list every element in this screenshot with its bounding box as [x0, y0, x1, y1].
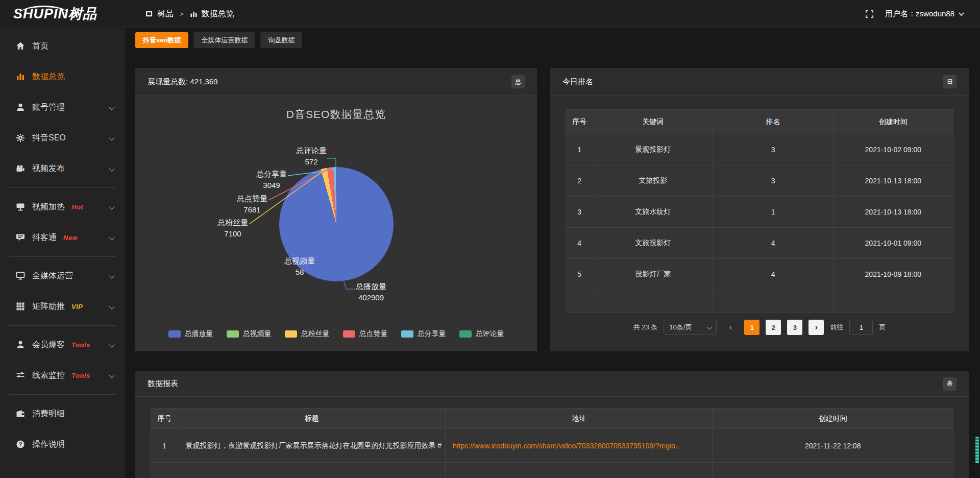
table-row: 3文旅水纹灯12021-10-13 18:00	[566, 197, 953, 228]
sidebar-item-consumption[interactable]: 消费明细	[0, 398, 125, 429]
overview-panel: 展现量总数: 421,369 总 D音SEO数据量总览 总评论量572 总分享量…	[135, 68, 537, 351]
user-menu[interactable]: 用户名：zswodun88	[885, 9, 963, 19]
sidebar-item-label: 数据总览	[32, 71, 65, 82]
svg-text:?: ?	[18, 441, 22, 447]
total-toggle-button[interactable]: 总	[511, 75, 525, 88]
day-toggle-button[interactable]: 日	[943, 75, 957, 88]
tab-omnimedia-data[interactable]: 全媒体运营数据	[193, 32, 255, 48]
fullscreen-icon[interactable]	[865, 10, 874, 18]
sidebar-item-account[interactable]: 账号管理	[0, 92, 125, 123]
page-button-1[interactable]: 1	[744, 320, 760, 335]
legend-swatch	[343, 330, 355, 338]
table-header-row: 序号 标题 地址 创建时间	[151, 409, 953, 429]
username-label: 用户名：zswodun88	[885, 9, 954, 19]
video-title-cell: 景观投影灯，夜游景观投影灯厂家展示展示落花灯在花园里的灯光投影应用效果 #	[178, 429, 445, 463]
bar-chart-icon	[190, 10, 198, 18]
sidebar-divider	[9, 187, 116, 188]
chevron-down-icon	[109, 342, 114, 347]
chevron-down-icon	[109, 104, 114, 110]
sidebar-item-douyin-seo[interactable]: 抖音SEO	[0, 123, 125, 153]
tab-inquiry-data[interactable]: 询盘数据	[260, 32, 302, 48]
legend-item-plays[interactable]: 总播放量	[168, 329, 213, 339]
chevron-down-icon	[109, 165, 114, 171]
video-url-link[interactable]: https://www.iesdouyin.com/share/video/70…	[453, 442, 682, 450]
breadcrumb-root[interactable]: 树品	[157, 9, 174, 19]
sidebar-item-instructions[interactable]: ? 操作说明	[0, 429, 125, 460]
sidebar-item-lead-monitor[interactable]: 线索监控 Tools	[0, 360, 125, 391]
chart-title: D音SEO数据量总览	[135, 107, 537, 122]
sidebar-item-label: 首页	[32, 41, 48, 52]
sidebar-item-label: 视频发布	[32, 163, 65, 174]
impressions-total-label: 展现量总数: 421,369	[148, 77, 218, 87]
pagination: 共 23 条 10条/页 ‹ 1 2 3 › 前往 页	[566, 320, 953, 335]
sidebar-item-video-heat[interactable]: 视频加热 Hot	[0, 192, 125, 222]
app-logo: SHUPIN树品	[0, 5, 125, 23]
table-row: 1景观投影灯32021-10-02 09:00	[566, 134, 953, 165]
legend-swatch	[285, 330, 297, 338]
user-icon	[15, 103, 25, 112]
table-row-empty	[151, 463, 953, 478]
sidebar-item-omnimedia[interactable]: 全媒体运营	[0, 260, 125, 291]
sidebar-item-matrix-boost[interactable]: 矩阵助推 VIP	[0, 291, 125, 322]
breadcrumb: 树品 > 数据总览	[125, 9, 234, 19]
report-panel: 数据报表 表 序号 标题 地址 创建时间 1 景观投影灯，夜游景观投影灯	[135, 371, 969, 478]
scrollbar-thumb[interactable]	[975, 437, 979, 463]
pie-label-videos: 总视频量58	[284, 255, 315, 278]
sidebar-item-label: 抖音SEO	[32, 133, 66, 144]
ranking-panel-title: 今日排名	[562, 77, 593, 87]
person-icon	[15, 340, 25, 350]
chat-bubble-icon	[15, 233, 25, 243]
sidebar-item-douketong[interactable]: 抖客通 New	[0, 222, 125, 253]
tab-douyin-seo-data[interactable]: 抖音seo数据	[135, 32, 188, 48]
question-circle-icon: ?	[15, 440, 25, 449]
hot-badge: Hot	[71, 203, 83, 211]
sidebar-item-home[interactable]: 首页	[0, 31, 125, 61]
legend-item-videos[interactable]: 总视频量	[227, 329, 272, 339]
sliders-icon	[15, 371, 25, 380]
goto-page-input[interactable]	[849, 320, 873, 335]
pie-chart-area: D音SEO数据量总览 总评论量572 总分享量3049 总点赞量7681	[135, 96, 537, 351]
sidebar-item-label: 全媒体运营	[32, 271, 73, 281]
topbar-right: 用户名：zswodun88	[865, 9, 980, 19]
legend-item-comments[interactable]: 总评论量	[459, 329, 504, 339]
breadcrumb-separator: >	[180, 10, 184, 18]
chart-bar-icon	[15, 72, 25, 82]
prev-page-button[interactable]: ‹	[723, 320, 738, 335]
table-header-row: 序号 关键词 排名 创建时间	[566, 110, 953, 134]
chevron-down-icon	[109, 135, 114, 140]
legend-item-fans[interactable]: 总粉丝量	[285, 329, 330, 339]
legend-item-likes[interactable]: 总点赞量	[343, 329, 388, 339]
page-button-3[interactable]: 3	[787, 320, 802, 335]
table-row: 5投影灯厂家42021-10-09 18:00	[566, 259, 953, 290]
chart-legend: 总播放量 总视频量 总粉丝量 总点赞量 总分享量 总评论量	[135, 329, 537, 339]
col-header-no: 序号	[151, 409, 178, 429]
chevron-down-icon	[109, 273, 114, 278]
report-panel-title: 数据报表	[148, 379, 178, 389]
col-header-created: 创建时间	[833, 110, 953, 134]
next-page-button[interactable]: ›	[808, 320, 824, 335]
sidebar-item-label: 视频加热	[32, 202, 65, 212]
tools-badge: Tools	[71, 372, 90, 379]
chevron-down-icon	[707, 324, 713, 329]
chevron-down-icon	[109, 204, 114, 209]
sidebar-item-label: 账号管理	[32, 102, 65, 113]
wallet-icon	[15, 409, 25, 419]
sidebar-item-data-overview[interactable]: 数据总览	[0, 61, 125, 92]
screen-promote-icon	[15, 202, 25, 212]
page-button-2[interactable]: 2	[766, 320, 781, 335]
col-header-url: 地址	[445, 409, 712, 429]
main-content: 抖音seo数据 全媒体运营数据 询盘数据 展现量总数: 421,369 总 D音…	[125, 29, 980, 478]
sidebar-item-member-burst[interactable]: 会员爆客 Tools	[0, 329, 125, 360]
page-size-select[interactable]: 10条/页	[664, 320, 717, 335]
table-toggle-button[interactable]: 表	[943, 377, 957, 391]
legend-item-shares[interactable]: 总分享量	[401, 329, 446, 339]
video-camera-icon	[15, 164, 25, 174]
sidebar-item-video-publish[interactable]: 视频发布	[0, 153, 125, 184]
sidebar-item-label: 线索监控	[32, 370, 65, 381]
goto-unit-label: 页	[879, 323, 886, 332]
pie-label-comments: 总评论量572	[296, 145, 327, 168]
sidebar-divider	[9, 256, 116, 257]
table-row: 1 景观投影灯，夜游景观投影灯厂家展示展示落花灯在花园里的灯光投影应用效果 # …	[151, 429, 953, 463]
pie-label-shares: 总分享量3049	[256, 169, 287, 191]
data-source-tabs: 抖音seo数据 全媒体运营数据 询盘数据	[135, 32, 969, 48]
